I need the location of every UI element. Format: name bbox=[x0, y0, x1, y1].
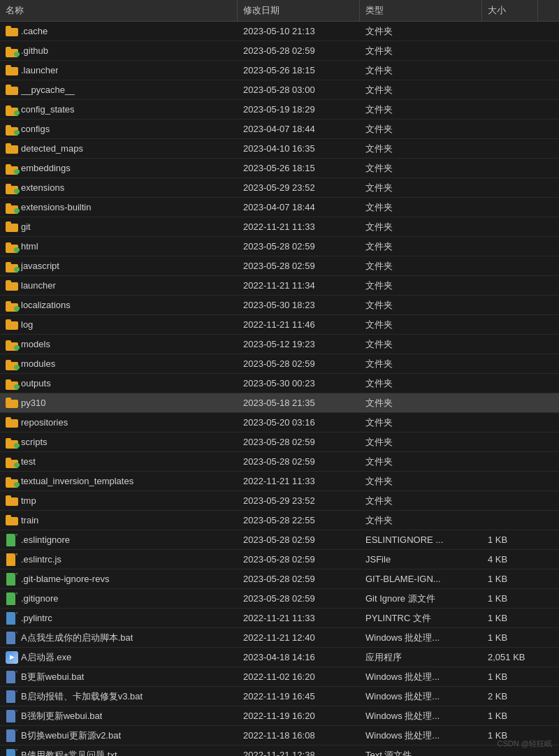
file-name-cell: extensions-builtin bbox=[0, 198, 238, 217]
table-row[interactable]: extensions2023-05-29 23:52文件夹 bbox=[0, 178, 559, 198]
folder-shield-icon bbox=[6, 123, 18, 136]
file-date-cell: 2022-11-21 12:40 bbox=[238, 628, 360, 647]
folder-shield-icon bbox=[6, 45, 18, 57]
file-date-cell: 2022-11-21 11:33 bbox=[238, 217, 360, 236]
folder-icon bbox=[6, 279, 18, 292]
folder-shield-icon bbox=[6, 162, 18, 175]
file-date-cell: 2022-11-21 11:33 bbox=[238, 609, 360, 627]
table-row[interactable]: detected_maps2023-04-10 16:35文件夹 bbox=[0, 139, 559, 159]
folder-shield-icon bbox=[6, 358, 18, 370]
table-row[interactable]: tmp2023-05-29 23:52文件夹 bbox=[0, 491, 559, 511]
table-row[interactable]: configs2023-04-07 18:44文件夹 bbox=[0, 119, 559, 139]
file-size-cell: 4 KB bbox=[482, 550, 538, 569]
file-name-label: log bbox=[21, 319, 33, 330]
table-row[interactable]: git2022-11-21 11:33文件夹 bbox=[0, 217, 559, 237]
table-row[interactable]: train2023-05-28 22:55文件夹 bbox=[0, 511, 559, 530]
folder-icon bbox=[6, 143, 18, 155]
file-name-cell: .launcher bbox=[0, 61, 238, 80]
header-date[interactable]: 修改日期 bbox=[238, 0, 360, 21]
header-size[interactable]: 大小 bbox=[482, 0, 538, 21]
table-row[interactable]: modules2023-05-28 02:59文件夹 bbox=[0, 354, 559, 374]
file-type-cell: 文件夹 bbox=[360, 491, 482, 510]
table-row[interactable]: outputs2023-05-30 00:23文件夹 bbox=[0, 374, 559, 393]
table-row[interactable]: scripts2023-05-28 02:59文件夹 bbox=[0, 432, 559, 452]
table-row[interactable]: html2023-05-28 02:59文件夹 bbox=[0, 237, 559, 256]
file-date-cell: 2023-04-07 18:44 bbox=[238, 198, 360, 217]
table-row[interactable]: log2022-11-21 11:46文件夹 bbox=[0, 315, 559, 335]
table-row[interactable]: repositories2023-05-20 03:16文件夹 bbox=[0, 413, 559, 432]
file-name-label: B使用教程+常见问题.txt bbox=[21, 749, 117, 757]
table-row[interactable]: __pycache__2023-05-28 03:00文件夹 bbox=[0, 80, 559, 100]
file-name-cell: repositories bbox=[0, 413, 238, 432]
table-row[interactable]: .gitignore2023-05-28 02:59Git Ignore 源文件… bbox=[0, 589, 559, 609]
table-row[interactable]: .pylintrc2022-11-21 11:33PYLINTRC 文件1 KB bbox=[0, 609, 559, 628]
file-size-cell bbox=[482, 432, 538, 451]
folder-shield-icon bbox=[6, 240, 18, 253]
table-row[interactable]: config_states2023-05-19 18:29文件夹 bbox=[0, 100, 559, 119]
table-row[interactable]: .eslintrc.js2023-05-28 02:59JSFile4 KB bbox=[0, 550, 559, 569]
folder-shield-icon bbox=[6, 182, 18, 194]
table-row[interactable]: launcher2022-11-21 11:34文件夹 bbox=[0, 276, 559, 296]
table-row[interactable]: .git-blame-ignore-revs2023-05-28 02:59GI… bbox=[0, 569, 559, 589]
file-green-icon bbox=[6, 593, 18, 605]
file-name-cell: configs bbox=[0, 119, 238, 138]
file-name-cell: launcher bbox=[0, 276, 238, 295]
file-name-label: outputs bbox=[21, 378, 51, 388]
exe-file-icon: ▶ bbox=[6, 651, 18, 664]
table-row[interactable]: textual_inversion_templates2022-11-21 11… bbox=[0, 472, 559, 491]
file-size-cell bbox=[482, 296, 538, 314]
file-size-cell bbox=[482, 276, 538, 295]
file-type-cell: GIT-BLAME-IGN... bbox=[360, 569, 482, 588]
table-row[interactable]: .launcher2023-05-26 18:15文件夹 bbox=[0, 61, 559, 80]
table-row[interactable]: B启动报错、卡加载修复v3.bat2022-11-19 16:45Windows… bbox=[0, 687, 559, 706]
table-row[interactable]: B使用教程+常见问题.txt2022-11-21 12:38Text 源文件 bbox=[0, 746, 559, 756]
file-size-cell bbox=[482, 354, 538, 373]
header-name[interactable]: 名称 bbox=[0, 0, 238, 21]
column-headers: 名称 修改日期 类型 大小 bbox=[0, 0, 559, 22]
file-size-cell: 1 KB bbox=[482, 706, 538, 725]
header-type[interactable]: 类型 bbox=[360, 0, 482, 21]
file-name-cell: config_states bbox=[0, 100, 238, 119]
file-name-label: embeddings bbox=[21, 163, 71, 173]
folder-shield-icon bbox=[6, 338, 18, 351]
file-name-cell: extensions bbox=[0, 178, 238, 197]
table-row[interactable]: A点我生成你的启动脚本.bat2022-11-21 12:40Windows 批… bbox=[0, 628, 559, 648]
table-row[interactable]: .cache2023-05-10 21:13文件夹 bbox=[0, 22, 559, 41]
file-type-cell: 文件夹 bbox=[360, 217, 482, 236]
table-row[interactable]: .eslintignore2023-05-28 02:59ESLINTIGNOR… bbox=[0, 530, 559, 550]
table-row[interactable]: ▶A启动器.exe2023-04-18 14:16应用程序2,051 KB bbox=[0, 648, 559, 667]
file-green-icon bbox=[6, 573, 18, 586]
table-row[interactable]: B强制更新webui.bat2022-11-19 16:20Windows 批处… bbox=[0, 706, 559, 726]
bat-file-icon bbox=[6, 690, 18, 703]
table-row[interactable]: localizations2023-05-30 18:23文件夹 bbox=[0, 296, 559, 315]
table-row[interactable]: embeddings2023-05-26 18:15文件夹 bbox=[0, 159, 559, 178]
file-name-cell: html bbox=[0, 237, 238, 256]
file-green-icon bbox=[6, 534, 18, 546]
folder-shield-icon bbox=[6, 475, 18, 488]
file-size-cell bbox=[482, 511, 538, 530]
table-row[interactable]: javascript2023-05-28 02:59文件夹 bbox=[0, 256, 559, 276]
file-size-cell: 1 KB bbox=[482, 667, 538, 686]
file-date-cell: 2023-05-28 02:59 bbox=[238, 589, 360, 608]
file-name-label: textual_inversion_templates bbox=[21, 476, 133, 486]
file-name-cell: B更新webui.bat bbox=[0, 667, 238, 686]
file-name-cell: git bbox=[0, 217, 238, 236]
table-row[interactable]: test2023-05-28 02:59文件夹 bbox=[0, 452, 559, 472]
file-type-cell: Windows 批处理... bbox=[360, 706, 482, 725]
table-row[interactable]: B切换webui更新源v2.bat2022-11-18 16:08Windows… bbox=[0, 726, 559, 746]
table-row[interactable]: py3102023-05-18 21:35文件夹 bbox=[0, 393, 559, 413]
file-date-cell: 2023-05-30 18:23 bbox=[238, 296, 360, 314]
file-type-cell: 应用程序 bbox=[360, 648, 482, 667]
table-row[interactable]: extensions-builtin2023-04-07 18:44文件夹 bbox=[0, 198, 559, 217]
file-type-cell: 文件夹 bbox=[360, 80, 482, 99]
table-row[interactable]: .github2023-05-28 02:59文件夹 bbox=[0, 41, 559, 61]
table-row[interactable]: models2023-05-12 19:23文件夹 bbox=[0, 335, 559, 354]
folder-icon bbox=[6, 397, 18, 409]
file-size-cell bbox=[482, 22, 538, 41]
file-size-cell bbox=[482, 256, 538, 275]
file-name-label: __pycache__ bbox=[21, 85, 75, 95]
file-type-cell: 文件夹 bbox=[360, 256, 482, 275]
file-size-cell bbox=[482, 374, 538, 393]
file-size-cell bbox=[482, 119, 538, 138]
table-row[interactable]: B更新webui.bat2022-11-02 16:20Windows 批处理.… bbox=[0, 667, 559, 687]
